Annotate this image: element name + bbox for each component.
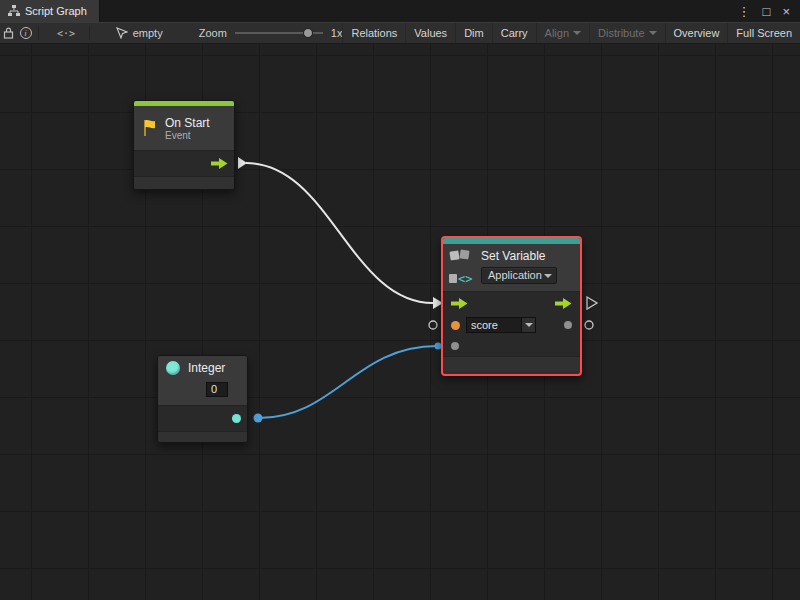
value-wire-start-dot	[254, 414, 263, 423]
dropdown-caret-icon	[544, 274, 552, 278]
titlebar: Script Graph ⋮ □ ×	[0, 0, 800, 22]
value-input-port[interactable]	[451, 342, 459, 350]
node-on-start[interactable]: On Start Event	[133, 100, 235, 190]
integer-output-port[interactable]	[232, 414, 241, 423]
flow-connection-wire[interactable]	[246, 163, 433, 303]
align-button: Align	[536, 23, 589, 43]
inspector-toggle-icon[interactable]: <·>	[57, 23, 75, 43]
info-icon[interactable]: i	[17, 23, 34, 43]
on-start-footer	[134, 177, 234, 190]
overview-button[interactable]: Overview	[665, 23, 728, 43]
zoom-slider-knob[interactable]	[303, 28, 313, 38]
integer-port-row	[158, 406, 247, 432]
name-input-port[interactable]	[451, 321, 460, 330]
node-title: Set Variable	[481, 248, 557, 263]
set-variable-header[interactable]: <> Set Variable Application	[443, 244, 580, 292]
value-output-port[interactable]	[564, 321, 572, 329]
menu-icon[interactable]: ⋮	[738, 5, 751, 18]
dim-button[interactable]: Dim	[455, 23, 492, 43]
relations-button[interactable]: Relations	[342, 23, 405, 43]
graph-toolbar: i <·> empty Zoom 1x Relations Values Dim…	[0, 22, 800, 44]
integer-header[interactable]: Integer	[158, 356, 247, 406]
node-title: On Start	[165, 116, 210, 130]
variable-name-input[interactable]	[466, 317, 522, 333]
node-set-variable[interactable]: <> Set Variable Application	[441, 236, 582, 376]
set-variable-footer	[443, 357, 580, 371]
flow-output-indicator-icon[interactable]	[587, 297, 597, 309]
toolbar-buttons: Relations Values Dim Carry Align Distrib…	[342, 23, 800, 43]
close-icon[interactable]: ×	[782, 5, 790, 18]
script-graph-icon	[8, 5, 20, 17]
zoom-value: 1x	[331, 27, 343, 39]
variable-name-field[interactable]	[466, 317, 536, 333]
on-start-header[interactable]: On Start Event	[134, 106, 234, 151]
flag-icon	[142, 119, 158, 137]
variable-scope-dropdown[interactable]: Application	[481, 267, 557, 284]
connection-layer	[0, 44, 800, 600]
value-connection-wire[interactable]	[259, 346, 437, 418]
flow-input-port-icon[interactable]	[451, 298, 468, 309]
integer-footer	[158, 432, 247, 442]
integer-type-icon	[166, 361, 180, 375]
flow-output-port-icon[interactable]	[555, 298, 572, 309]
zoom-label: Zoom	[199, 27, 227, 39]
maximize-icon[interactable]: □	[763, 5, 771, 18]
set-variable-ports	[443, 292, 580, 357]
zoom-slider[interactable]	[235, 26, 323, 40]
pointer-icon	[116, 27, 128, 39]
dropdown-caret-icon	[573, 31, 581, 35]
node-subtitle: Event	[165, 130, 210, 141]
svg-text:<>: <>	[458, 272, 472, 286]
node-integer[interactable]: Integer	[157, 355, 248, 443]
zoom-control: Zoom 1x	[199, 26, 343, 40]
dropdown-caret-icon	[649, 31, 657, 35]
application-scope-icon: <>	[449, 272, 473, 286]
toolbar-divider	[38, 26, 39, 40]
value-input-indicator-icon[interactable]	[429, 321, 437, 329]
on-start-port-row	[134, 151, 234, 177]
dropdown-caret-icon	[525, 323, 533, 327]
graph-canvas[interactable]: On Start Event <>	[0, 44, 800, 600]
tab-script-graph[interactable]: Script Graph	[0, 0, 100, 22]
lock-icon[interactable]	[0, 23, 17, 43]
node-title: Integer	[188, 361, 225, 375]
graph-ref-label: empty	[133, 27, 163, 39]
flow-port-triangle	[238, 157, 247, 169]
variables-icon	[449, 249, 471, 263]
fullscreen-button[interactable]: Full Screen	[727, 23, 800, 43]
distribute-button: Distribute	[589, 23, 664, 43]
integer-value-input[interactable]	[206, 382, 228, 397]
flow-output-port-icon[interactable]	[211, 158, 228, 169]
graph-breadcrumb[interactable]: empty	[116, 27, 163, 39]
integer-value-field[interactable]	[206, 379, 239, 397]
value-output-indicator-icon[interactable]	[585, 321, 593, 329]
toolbar-divider-2	[89, 26, 90, 40]
carry-button[interactable]: Carry	[492, 23, 536, 43]
tab-label: Script Graph	[25, 5, 87, 17]
values-button[interactable]: Values	[405, 23, 455, 43]
variable-name-picker[interactable]	[522, 317, 536, 333]
